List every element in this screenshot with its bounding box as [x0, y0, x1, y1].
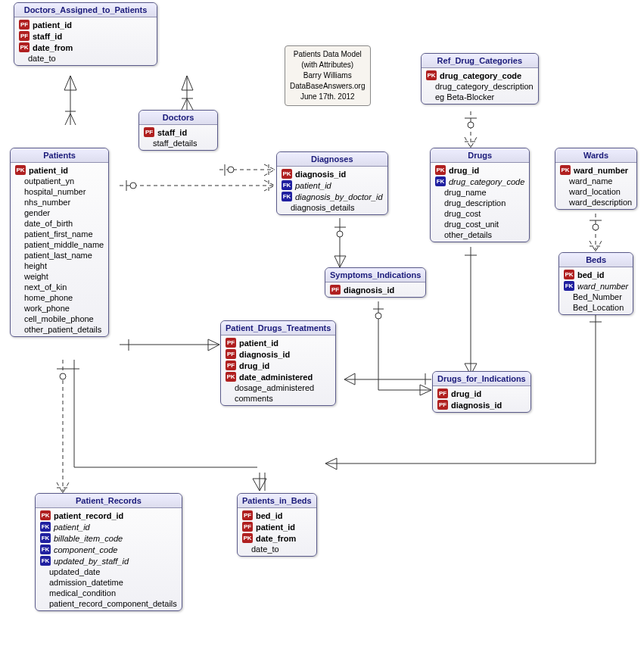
field-row: updated_date	[36, 566, 182, 577]
entity-body: PFdiagnosis_id	[325, 282, 425, 297]
key-icon: PK	[40, 510, 51, 520]
field-name: work_phone	[24, 304, 70, 313]
key-icon: FK	[40, 522, 51, 532]
field-row: medical_condition	[36, 588, 182, 598]
field-row: PFpatient_id	[238, 521, 316, 532]
field-row: PKdate_administered	[221, 371, 335, 382]
field-row: drug_description	[431, 198, 529, 208]
field-name: gender	[24, 208, 50, 217]
entity-title: Ref_Drug_Categories	[422, 54, 538, 68]
entity-drugs: Drugs PKdrug_idFKdrug_category_codedrug_…	[430, 148, 530, 242]
field-name: staff_id	[33, 32, 62, 41]
field-row: diagnosis_details	[277, 202, 387, 213]
entity-patient-records: Patient_Records PKpatient_record_idFKpat…	[35, 493, 182, 611]
field-name: ward_name	[569, 176, 612, 186]
field-row: FKward_number	[559, 280, 633, 292]
entity-body: PKdiagnosis_idFKpatient_idFKdiagnosis_by…	[277, 167, 387, 214]
field-row: FKpatient_id	[277, 179, 387, 191]
svg-point-1	[130, 183, 136, 189]
entity-doctors-assigned: Doctors_Assigned_to_Patients PFpatient_i…	[14, 2, 157, 66]
key-icon: PF	[330, 285, 341, 295]
note-line: DataBaseAnswers.org	[290, 81, 366, 92]
key-icon: PK	[560, 165, 571, 175]
svg-point-6	[60, 373, 66, 379]
field-name: drug_category_description	[435, 82, 534, 91]
field-name: drug_id	[449, 166, 479, 175]
field-name: updated_date	[49, 567, 100, 576]
field-name: cell_mobile_phone	[24, 314, 94, 323]
field-name: billable_item_code	[54, 534, 123, 543]
field-row: Bed_Location	[559, 302, 633, 313]
field-row: drug_cost_unit	[431, 219, 529, 229]
field-row: patient_first_name	[11, 229, 108, 239]
field-row: PFpatient_id	[221, 337, 335, 348]
field-row: PFstaff_id	[14, 30, 157, 42]
field-name: next_of_kin	[24, 282, 67, 292]
field-row: dosage_administered	[221, 382, 335, 393]
field-name: dosage_administered	[235, 383, 314, 392]
field-name: eg Beta-Blocker	[435, 92, 494, 101]
field-row: PKdrug_category_code	[422, 70, 538, 81]
field-row: admission_datetime	[36, 577, 182, 588]
field-row: Bed_Number	[559, 292, 633, 302]
field-row: patient_last_name	[11, 250, 108, 261]
key-icon: FK	[564, 281, 574, 291]
entity-body: PKpatient_record_idFKpatient_idFKbillabl…	[36, 508, 182, 610]
field-row: PKdate_from	[14, 42, 157, 53]
field-row: date_to	[14, 53, 157, 64]
field-row: weight	[11, 271, 108, 282]
note-line: Barry Williams	[290, 70, 366, 81]
field-row: PFpatient_id	[14, 19, 157, 30]
field-row: work_phone	[11, 303, 108, 314]
field-name: bed_id	[577, 270, 604, 279]
field-row: patient_middle_name	[11, 239, 108, 250]
field-row: PKdate_from	[238, 532, 316, 544]
field-row: drug_category_description	[422, 81, 538, 92]
key-icon: FK	[40, 556, 51, 566]
key-icon: PK	[242, 533, 253, 543]
field-row: drug_name	[431, 187, 529, 198]
key-icon: PF	[144, 127, 154, 137]
field-name: drug_description	[444, 198, 506, 208]
entity-title: Drugs	[431, 148, 529, 163]
field-name: home_phone	[24, 293, 73, 302]
entity-body: PFdrug_idPFdiagnosis_id	[433, 386, 530, 412]
entity-title: Doctors_Assigned_to_Patients	[14, 3, 157, 17]
field-name: comments	[235, 394, 273, 403]
field-name: drug_category_code	[449, 177, 524, 186]
svg-point-0	[228, 167, 234, 173]
field-name: patient_middle_name	[24, 240, 104, 249]
entity-body: PFstaff_idstaff_details	[139, 125, 217, 150]
field-name: updated_by_staff_id	[54, 557, 129, 566]
field-row: PFdiagnosis_id	[433, 399, 530, 410]
field-name: nhs_number	[24, 198, 70, 207]
field-row: other_details	[431, 229, 529, 240]
field-name: drug_id	[239, 361, 269, 370]
field-row: PKdiagnosis_id	[277, 168, 387, 179]
key-icon: PK	[15, 165, 26, 175]
field-name: staff_details	[153, 139, 198, 148]
entity-ref-drug-categories: Ref_Drug_Categories PKdrug_category_code…	[421, 53, 539, 105]
key-icon: PF	[437, 389, 448, 398]
entity-title: Wards	[555, 148, 636, 163]
field-name: date_from	[33, 43, 73, 52]
field-name: date_from	[256, 534, 296, 543]
entity-symptoms-indications: Symptoms_Indications PFdiagnosis_id	[325, 267, 426, 298]
field-name: outpatient_yn	[24, 176, 74, 186]
key-icon: FK	[40, 545, 51, 554]
svg-point-4	[375, 313, 381, 319]
field-name: admission_datetime	[49, 578, 123, 587]
entity-title: Doctors	[139, 111, 217, 125]
entity-title: Drugs_for_Indications	[433, 372, 530, 386]
entity-title: Beds	[559, 253, 633, 267]
field-name: drug_cost_unit	[444, 220, 499, 229]
field-name: height	[24, 261, 47, 270]
field-name: patient_id	[33, 20, 72, 30]
entity-patient-drugs-treatments: Patient_Drugs_Treatments PFpatient_idPFd…	[220, 320, 336, 406]
key-icon: FK	[435, 176, 446, 186]
field-name: Bed_Number	[573, 292, 622, 301]
field-row: PKward_number	[555, 164, 636, 176]
field-row: PKdrug_id	[431, 164, 529, 176]
field-row: PFstaff_id	[139, 126, 217, 138]
key-icon: PF	[226, 338, 236, 348]
